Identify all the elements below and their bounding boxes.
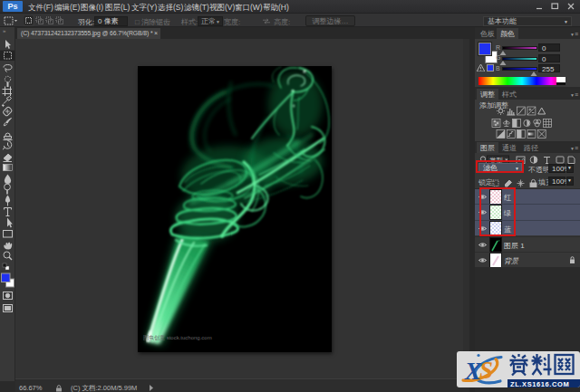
svg-text:S: S	[479, 357, 493, 384]
svg-text:ZL.XS1616.COM: ZL.XS1616.COM	[510, 380, 569, 388]
